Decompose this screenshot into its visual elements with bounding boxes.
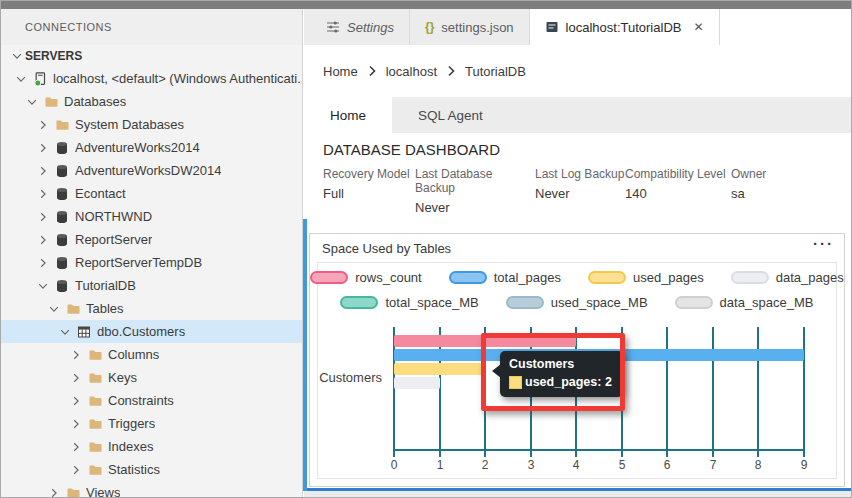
database-icon — [55, 279, 69, 293]
tree-item-label: TutorialDB — [75, 278, 136, 293]
legend-item-used_space_MB[interactable]: used_space_MB — [506, 295, 648, 310]
chevron-right-icon — [69, 394, 83, 408]
server-icon — [32, 71, 48, 87]
bar-data_pages[interactable] — [394, 377, 440, 389]
tree-item-label: ReportServerTempDB — [75, 255, 202, 270]
chart-legend-row: rows_counttotal_pagesused_pagesdata_page… — [310, 270, 844, 285]
chevron-down-icon[interactable] — [13, 71, 29, 87]
tree-item-econtact[interactable]: Econtact — [1, 182, 302, 205]
database-icon — [55, 233, 69, 247]
chevron-right-icon[interactable] — [68, 462, 84, 478]
legend-label: used_pages — [633, 270, 704, 285]
chevron-down-icon[interactable] — [9, 48, 25, 64]
gridline — [712, 327, 714, 457]
chevron-right-icon[interactable] — [35, 163, 51, 179]
tree-item-tables[interactable]: Tables — [1, 297, 302, 320]
tab-sql-agent[interactable]: SQL Agent — [392, 97, 509, 133]
breadcrumb-item-home[interactable]: Home — [323, 62, 358, 81]
legend-item-total_space_MB[interactable]: total_space_MB — [340, 295, 478, 310]
chevron-right-icon[interactable] — [35, 117, 51, 133]
breadcrumb-item-localhost[interactable]: localhost — [386, 62, 437, 81]
breadcrumb-item-tutorialdb[interactable]: TutorialDB — [465, 62, 526, 81]
titlebar-edge — [1, 1, 851, 9]
editor-tab-label: settings.json — [441, 20, 513, 35]
legend-item-data_pages[interactable]: data_pages — [731, 270, 844, 285]
tree-item-databases[interactable]: Databases — [1, 90, 302, 113]
tree-item-constraints[interactable]: Constraints — [1, 389, 302, 412]
x-tick-label: 3 — [520, 458, 542, 472]
folder-icon — [88, 394, 103, 408]
tree-item-indexes[interactable]: Indexes — [1, 435, 302, 458]
legend-label: total_pages — [494, 270, 561, 285]
database-icon — [54, 255, 70, 271]
chevron-right-icon[interactable] — [68, 393, 84, 409]
legend-item-data_space_MB[interactable]: data_space_MB — [675, 295, 814, 310]
tree-item-dbo-customers[interactable]: dbo.Customers — [1, 320, 302, 343]
tree-item-localhost-default-windows-authenticati-[interactable]: localhost, <default> (Windows Authentica… — [1, 67, 302, 90]
legend-item-total_pages[interactable]: total_pages — [449, 270, 561, 285]
widget-menu-button[interactable]: ··· — [813, 235, 834, 252]
chevron-right-icon[interactable] — [35, 255, 51, 271]
folder-icon — [43, 94, 59, 110]
tree-item-statistics[interactable]: Statistics — [1, 458, 302, 481]
tree-item-adventureworksdw2014[interactable]: AdventureWorksDW2014 — [1, 159, 302, 182]
sidebar-resize-sash[interactable] — [303, 219, 307, 491]
chevron-down-icon[interactable] — [46, 301, 62, 317]
folder-icon — [55, 118, 70, 132]
chevron-right-icon[interactable] — [68, 439, 84, 455]
chevron-down-icon — [25, 95, 39, 109]
close-icon[interactable]: ✕ — [693, 20, 703, 34]
tree-item-columns[interactable]: Columns — [1, 343, 302, 366]
legend-item-rows_count[interactable]: rows_count — [310, 270, 421, 285]
servers-section-header[interactable]: SERVERS — [1, 45, 302, 67]
tree-item-system-databases[interactable]: System Databases — [1, 113, 302, 136]
chevron-right-icon — [36, 164, 50, 178]
tree-item-reportserver[interactable]: ReportServer — [1, 228, 302, 251]
tree-item-keys[interactable]: Keys — [1, 366, 302, 389]
editor-tab-localhost-tutorialdb[interactable]: localhost:TutorialDB✕ — [530, 9, 720, 45]
chevron-right-icon[interactable] — [35, 232, 51, 248]
x-tick-label: 0 — [383, 458, 405, 472]
y-category-label: Customers — [316, 370, 382, 385]
legend-label: total_space_MB — [385, 295, 478, 310]
tree-item-reportservertempdb[interactable]: ReportServerTempDB — [1, 251, 302, 274]
tree-item-adventureworks2014[interactable]: AdventureWorks2014 — [1, 136, 302, 159]
database-icon — [55, 256, 69, 270]
chevron-right-icon — [36, 256, 50, 270]
x-tick-label: 4 — [565, 458, 587, 472]
chevron-down-icon — [58, 325, 72, 339]
chevron-right-icon[interactable] — [68, 416, 84, 432]
tree-item-northwnd[interactable]: NORTHWND — [1, 205, 302, 228]
chevron-right-icon[interactable] — [68, 347, 84, 363]
tree-item-label: System Databases — [75, 117, 184, 132]
dashboard-icon — [545, 20, 559, 34]
chevron-right-icon[interactable] — [35, 140, 51, 156]
chevron-right-icon[interactable] — [68, 370, 84, 386]
chevron-right-icon[interactable] — [35, 209, 51, 225]
bar-used_pages[interactable] — [394, 363, 485, 375]
property-last-database-backup: Last Database BackupNever — [415, 167, 535, 215]
legend-label: data_space_MB — [720, 295, 814, 310]
property-owner: Ownersa — [731, 167, 791, 215]
editor-tab-settings[interactable]: Settings — [311, 9, 410, 45]
folder-icon — [88, 463, 103, 477]
chevron-down-icon[interactable] — [24, 94, 40, 110]
folder-icon — [87, 462, 103, 478]
legend-item-used_pages[interactable]: used_pages — [588, 270, 704, 285]
chevron-down-icon[interactable] — [57, 324, 73, 340]
json-braces-icon: {} — [425, 20, 434, 34]
tree-item-label: Statistics — [108, 462, 160, 477]
tree-item-tutorialdb[interactable]: TutorialDB — [1, 274, 302, 297]
tree-item-views[interactable]: Views — [1, 481, 302, 497]
tab-home[interactable]: Home — [304, 97, 392, 133]
chevron-down-icon[interactable] — [35, 278, 51, 294]
chevron-right-icon[interactable] — [46, 485, 62, 498]
editor-tab-settings-json[interactable]: {}settings.json — [410, 9, 530, 45]
chevron-down-icon — [47, 302, 61, 316]
folder-icon — [87, 416, 103, 432]
tree-item-triggers[interactable]: Triggers — [1, 412, 302, 435]
x-tick-label: 1 — [429, 458, 451, 472]
tree-item-label: Constraints — [108, 393, 174, 408]
chevron-right-icon[interactable] — [35, 186, 51, 202]
legend-label: rows_count — [355, 270, 421, 285]
